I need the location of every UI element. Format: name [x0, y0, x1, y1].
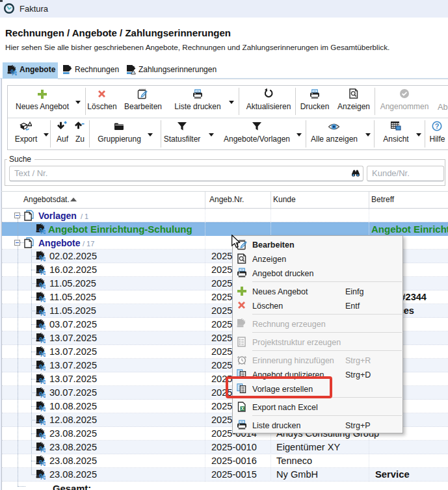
svg-text:%: %	[39, 309, 46, 316]
svg-text:%: %	[39, 459, 46, 467]
svg-text:%: %	[10, 68, 17, 76]
svg-text:%: %	[39, 295, 46, 303]
svg-text:%: %	[39, 363, 46, 371]
svg-text:%: %	[39, 268, 46, 276]
svg-text:%: %	[39, 404, 46, 412]
svg-text:%: %	[39, 350, 46, 357]
svg-text:%: %	[39, 281, 46, 289]
svg-text:%: %	[39, 227, 46, 235]
svg-text:%: %	[39, 336, 46, 344]
svg-text:%: %	[39, 445, 46, 453]
svg-text:%: %	[39, 254, 46, 262]
svg-text:%: %	[39, 391, 46, 398]
svg-text:%: %	[39, 472, 46, 480]
svg-text:%: %	[39, 432, 46, 439]
svg-text:%: %	[39, 322, 46, 330]
svg-text:X: X	[241, 406, 244, 411]
svg-text:%: %	[39, 418, 46, 426]
svg-text:%: %	[39, 377, 46, 385]
svg-text:?: ?	[435, 122, 440, 130]
